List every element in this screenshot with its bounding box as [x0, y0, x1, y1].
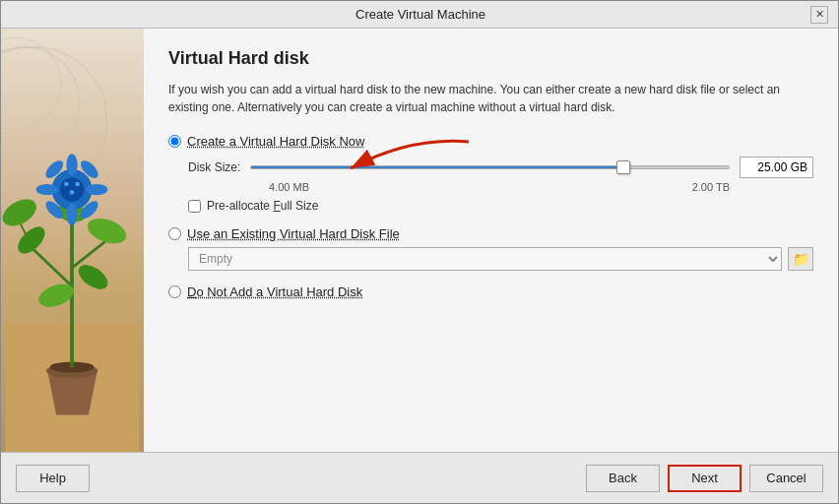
slider-fill	[251, 166, 623, 168]
preallocate-checkbox[interactable]	[188, 200, 201, 213]
radio-group: Create a Virtual Hard Disk Now Disk Size…	[168, 134, 813, 299]
create-new-radio[interactable]	[168, 135, 181, 148]
content-area: Virtual Hard disk If you wish you can ad…	[1, 29, 838, 452]
svg-point-12	[13, 221, 49, 258]
svg-point-0	[1, 47, 80, 158]
min-size-label: 4.00 MB	[269, 181, 309, 193]
existing-disk-dropdown[interactable]: Empty	[188, 247, 782, 271]
create-new-text: Create a Virtual Hard Disk Now	[187, 134, 364, 149]
svg-point-26	[64, 182, 69, 187]
svg-point-27	[75, 182, 80, 187]
folder-icon: 📁	[793, 251, 809, 267]
svg-point-21	[86, 184, 107, 195]
preallocate-label: Pre-allocate Full Size	[207, 199, 318, 213]
disk-size-label: Disk Size:	[188, 160, 240, 174]
svg-point-18	[66, 154, 77, 175]
use-existing-option: Use an Existing Virtual Hard Disk File E…	[168, 226, 813, 271]
svg-point-15	[74, 260, 111, 294]
disk-size-input[interactable]	[740, 157, 813, 178]
footer-right: Back Next Cancel	[586, 465, 823, 492]
footer: Help Back Next Cancel	[1, 452, 838, 503]
svg-point-2	[1, 37, 61, 129]
back-button[interactable]: Back	[586, 465, 660, 492]
no-disk-text: Do Not Add a Virtual Hard Disk	[187, 284, 362, 299]
existing-disk-row: Empty 📁	[188, 247, 813, 271]
use-existing-text: Use an Existing Virtual Hard Disk File	[187, 226, 400, 241]
footer-left: Help	[16, 465, 90, 492]
svg-point-17	[60, 177, 84, 201]
no-disk-option: Do Not Add a Virtual Hard Disk	[168, 284, 813, 299]
close-button[interactable]: ✕	[810, 6, 828, 24]
svg-point-11	[84, 214, 129, 248]
no-disk-label[interactable]: Do Not Add a Virtual Hard Disk	[168, 284, 813, 299]
cancel-button[interactable]: Cancel	[749, 465, 823, 492]
use-existing-label[interactable]: Use an Existing Virtual Hard Disk File	[168, 226, 813, 241]
no-disk-radio[interactable]	[168, 285, 181, 298]
next-button[interactable]: Next	[668, 465, 742, 492]
range-labels: 4.00 MB 2.00 TB	[188, 181, 813, 193]
create-new-option: Create a Virtual Hard Disk Now Disk Size…	[168, 134, 813, 213]
svg-line-7	[33, 249, 72, 285]
browse-folder-button[interactable]: 📁	[788, 247, 813, 271]
create-new-label[interactable]: Create a Virtual Hard Disk Now	[168, 134, 813, 149]
sidebar-illustration	[1, 29, 144, 452]
window-title: Create Virtual Machine	[31, 7, 810, 22]
svg-point-19	[66, 204, 77, 225]
use-existing-radio[interactable]	[168, 227, 181, 240]
title-bar: Create Virtual Machine ✕	[1, 1, 838, 29]
slider-track	[250, 165, 730, 169]
max-size-label: 2.00 TB	[692, 181, 730, 193]
help-button[interactable]: Help	[16, 465, 90, 492]
svg-line-8	[72, 240, 107, 268]
sidebar	[1, 29, 144, 452]
svg-point-28	[70, 190, 75, 195]
svg-point-20	[36, 184, 58, 195]
disk-size-row: Disk Size:	[188, 157, 813, 178]
preallocate-row: Pre-allocate Full Size	[188, 199, 813, 213]
panel-description: If you wish you can add a virtual hard d…	[168, 81, 813, 116]
main-panel: Virtual Hard disk If you wish you can ad…	[144, 29, 838, 452]
panel-title: Virtual Hard disk	[168, 48, 813, 69]
main-window: Create Virtual Machine ✕	[0, 0, 839, 504]
slider-thumb[interactable]	[616, 160, 630, 174]
slider-container	[250, 158, 730, 177]
